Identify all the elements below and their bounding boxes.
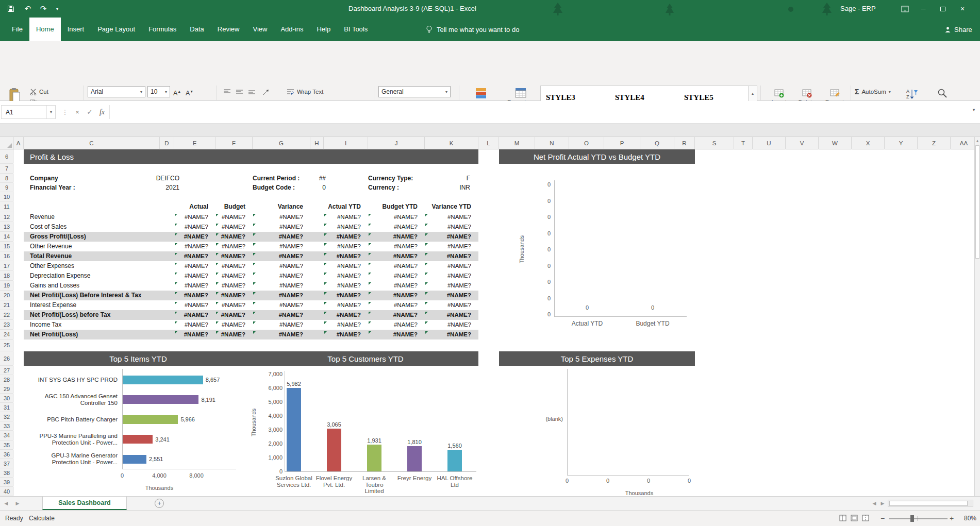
zoom-out-button[interactable]: −	[881, 511, 885, 526]
select-all-button[interactable]	[0, 137, 13, 149]
column-header-G[interactable]: G	[253, 137, 310, 149]
pnl-row-label[interactable]: Net Profit/(Loss) before Tax	[30, 310, 173, 320]
pnl-value-cell[interactable]: #NAME?	[425, 281, 478, 291]
column-header-Y[interactable]: Y	[885, 137, 918, 149]
pnl-value-cell[interactable]: #NAME?	[253, 212, 310, 222]
row-header-25[interactable]: 25	[0, 340, 13, 351]
row-header-9[interactable]: 9	[0, 183, 13, 192]
pnl-value-cell[interactable]: #NAME?	[215, 212, 253, 222]
row-header-26[interactable]: 26	[0, 351, 13, 366]
pnl-value-cell[interactable]: #NAME?	[324, 320, 368, 330]
page-layout-view-button[interactable]	[851, 515, 858, 521]
pnl-value-cell[interactable]: #NAME?	[368, 320, 425, 330]
row-header-13[interactable]: 13	[0, 222, 13, 232]
pnl-value-cell[interactable]: #NAME?	[253, 271, 310, 281]
pnl-value-cell[interactable]: #NAME?	[324, 232, 368, 242]
autosum-button[interactable]: Σ AutoSum ▾	[855, 86, 891, 97]
column-header-O[interactable]: O	[569, 137, 604, 149]
number-format-select[interactable]: General▾	[378, 86, 451, 97]
column-header-V[interactable]: V	[786, 137, 819, 149]
chart-top-expenses[interactable]: (blank)0000Thousands	[499, 366, 700, 496]
pnl-value-cell[interactable]: #NAME?	[253, 242, 310, 251]
netprofit-chart-title-band[interactable]: Net Profit Actual YTD vs Budget YTD	[499, 149, 695, 164]
row-header-34[interactable]: 34	[0, 431, 13, 440]
qat-customize-button[interactable]: ▾	[53, 0, 62, 18]
pnl-value-cell[interactable]: #NAME?	[215, 320, 253, 330]
pnl-value-cell[interactable]: #NAME?	[174, 281, 215, 291]
pnl-value-cell[interactable]: #NAME?	[368, 232, 425, 242]
column-header-N[interactable]: N	[535, 137, 569, 149]
pnl-value-cell[interactable]: #NAME?	[174, 261, 215, 271]
formula-bar-expand-button[interactable]: ▾	[970, 107, 977, 117]
column-header-M[interactable]: M	[499, 137, 535, 149]
row-header-16[interactable]: 16	[0, 251, 13, 261]
column-header-I[interactable]: I	[324, 137, 368, 149]
column-header-U[interactable]: U	[753, 137, 786, 149]
row-header-38[interactable]: 38	[0, 468, 13, 478]
status-calculate[interactable]: Calculate	[29, 511, 55, 526]
column-header-R[interactable]: R	[674, 137, 695, 149]
pnl-row-label[interactable]: Depreciation Expense	[30, 271, 173, 281]
ribbon-tab-home[interactable]: Home	[29, 18, 61, 41]
row-header-29[interactable]: 29	[0, 384, 13, 394]
ribbon-tab-formulas[interactable]: Formulas	[142, 18, 183, 41]
pnl-value-cell[interactable]: #NAME?	[253, 281, 310, 291]
pnl-value-cell[interactable]: #NAME?	[215, 330, 253, 340]
pnl-title-band[interactable]: Profit & Loss	[24, 149, 478, 164]
pnl-value-cell[interactable]: #NAME?	[324, 261, 368, 271]
pnl-value-cell[interactable]: #NAME?	[368, 261, 425, 271]
pnl-row-label[interactable]: Total Revenue	[30, 251, 173, 261]
column-header-AA[interactable]: AA	[951, 137, 977, 149]
row-header-10[interactable]: 10	[0, 192, 13, 201]
row-header-19[interactable]: 19	[0, 281, 13, 291]
row-header-14[interactable]: 14	[0, 232, 13, 242]
wrap-text-button[interactable]: Wrap Text	[287, 86, 323, 97]
sheet-nav-left-button[interactable]: ◀	[2, 497, 10, 511]
pnl-value-cell[interactable]: #NAME?	[425, 212, 478, 222]
pnl-row-label[interactable]: Other Expenses	[30, 261, 173, 271]
save-button[interactable]	[4, 0, 18, 18]
sheet-nav-right-button[interactable]: ▶	[13, 497, 22, 511]
column-header-S[interactable]: S	[695, 137, 734, 149]
pnl-value-cell[interactable]: #NAME?	[253, 330, 310, 340]
zoom-in-button[interactable]: +	[950, 511, 954, 526]
decrease-font-size-button[interactable]: A▼	[186, 86, 193, 97]
ribbon-tab-add-ins[interactable]: Add-ins	[274, 18, 310, 41]
pnl-value-cell[interactable]: #NAME?	[324, 222, 368, 232]
pnl-value-cell[interactable]: #NAME?	[324, 271, 368, 281]
pnl-row-label[interactable]: Gains and Losses	[30, 281, 173, 291]
row-header-22[interactable]: 22	[0, 310, 13, 320]
column-header-Z[interactable]: Z	[918, 137, 951, 149]
pnl-row-label[interactable]: Income Tax	[30, 320, 173, 330]
maximize-button[interactable]	[935, 0, 951, 18]
currency-type-value[interactable]: F	[419, 174, 470, 183]
pnl-value-cell[interactable]: #NAME?	[425, 320, 478, 330]
pnl-row-label[interactable]: Revenue	[30, 212, 173, 222]
name-box[interactable]: A1 ▾	[1, 105, 56, 119]
row-header-36[interactable]: 36	[0, 450, 13, 459]
column-header-D[interactable]: D	[160, 137, 174, 149]
pnl-value-cell[interactable]: #NAME?	[324, 212, 368, 222]
row-header-12[interactable]: 12	[0, 212, 13, 222]
pnl-row-label[interactable]: Cost of Sales	[30, 222, 173, 232]
pnl-value-cell[interactable]: #NAME?	[174, 300, 215, 310]
pnl-value-cell[interactable]: #NAME?	[253, 320, 310, 330]
pnl-value-cell[interactable]: #NAME?	[425, 310, 478, 320]
row-header-6[interactable]: 6	[0, 149, 13, 164]
pnl-value-cell[interactable]: #NAME?	[368, 300, 425, 310]
ribbon-tab-data[interactable]: Data	[183, 18, 210, 41]
hscroll-left-button[interactable]: ◀	[870, 497, 878, 511]
gallery-scroll-up-button[interactable]: ▴	[749, 86, 757, 101]
autosum-dropdown[interactable]: ▾	[889, 90, 891, 94]
pnl-value-cell[interactable]: #NAME?	[425, 251, 478, 261]
pnl-value-cell[interactable]: #NAME?	[174, 310, 215, 320]
pnl-value-cell[interactable]: #NAME?	[215, 242, 253, 251]
zoom-slider[interactable]	[889, 518, 948, 519]
budget-code-value[interactable]: 0	[292, 183, 326, 192]
orientation-button[interactable]	[261, 87, 272, 97]
hscroll-right-button[interactable]: ▶	[878, 497, 887, 511]
cut-button[interactable]: Cut	[30, 86, 48, 97]
company-value[interactable]: DEIFCO	[123, 174, 179, 183]
pnl-value-cell[interactable]: #NAME?	[324, 281, 368, 291]
row-header-30[interactable]: 30	[0, 394, 13, 403]
